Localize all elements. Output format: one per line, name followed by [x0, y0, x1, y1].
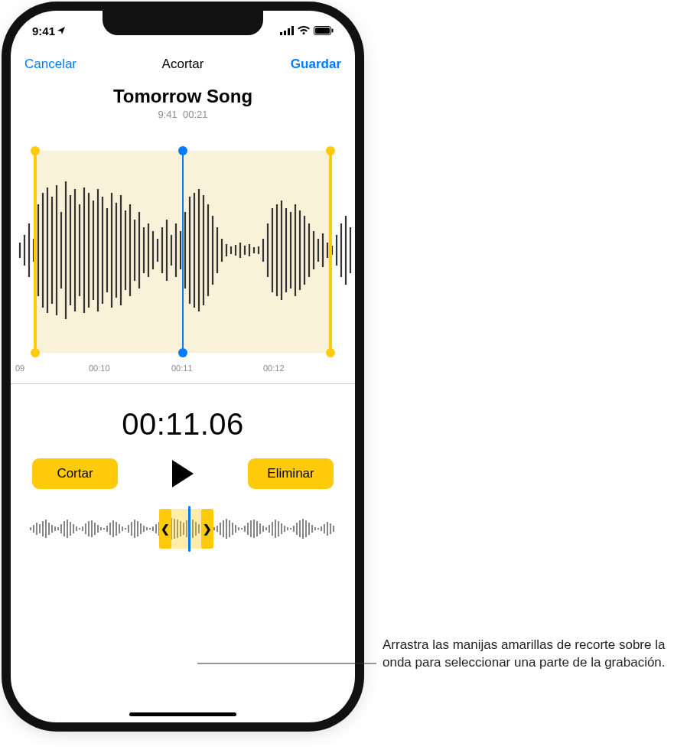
- svg-rect-5: [315, 28, 330, 34]
- svg-rect-0: [280, 32, 282, 35]
- location-icon: [57, 26, 66, 35]
- annotation-text: Arrastra las manijas amarillas de recort…: [383, 637, 682, 672]
- svg-rect-1: [284, 31, 286, 35]
- svg-rect-2: [288, 28, 290, 35]
- device-notch: [103, 11, 263, 35]
- svg-rect-3: [291, 26, 294, 35]
- status-time: 9:41: [32, 24, 55, 37]
- battery-icon: [314, 26, 334, 35]
- svg-rect-6: [332, 29, 334, 33]
- cellular-icon: [280, 26, 294, 35]
- wifi-icon: [298, 26, 310, 35]
